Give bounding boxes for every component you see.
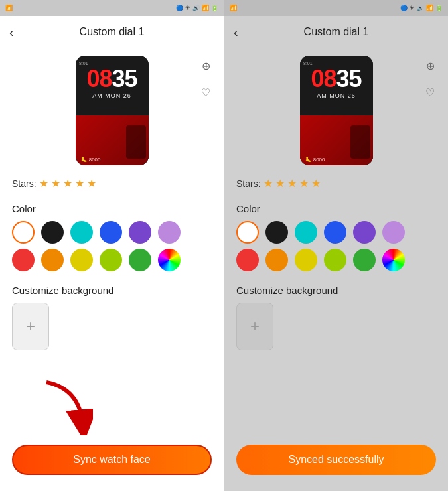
customize-title-left: Customize background — [12, 285, 212, 296]
left-panel: 📶 🔵✳🔊📶🔋 ‹ Custom dial 1 8:01 0835 AM MON… — [0, 0, 224, 491]
color-lime-right[interactable] — [324, 249, 346, 271]
sync-button-left[interactable]: Sync watch face — [12, 445, 212, 475]
status-left-icons-right: 📶 — [230, 5, 237, 11]
watch-face-left: 8:01 0835 AM MON 26 🦶 8000 — [76, 56, 149, 165]
color-rainbow-right[interactable] — [382, 249, 405, 271]
star-3-left: ★ — [63, 177, 72, 190]
star-3-right: ★ — [287, 177, 297, 190]
color-grid-left — [12, 221, 212, 271]
watch-preview-left: 8:01 0835 AM MON 26 🦶 8000 ⊕ ♡ — [0, 48, 224, 171]
customize-section-right: Customize background + — [224, 278, 448, 354]
star-5-right: ★ — [311, 177, 321, 190]
page-title-right: Custom dial 1 — [304, 26, 369, 38]
back-button-right[interactable]: ‹ — [234, 25, 238, 40]
arrow-indicator — [33, 376, 93, 438]
color-orange-right[interactable] — [265, 249, 288, 271]
color-orange-left[interactable] — [41, 249, 64, 271]
color-green-left[interactable] — [129, 249, 151, 271]
watch-time-right: 0835 — [311, 67, 361, 91]
add-background-button-right[interactable]: + — [236, 303, 273, 350]
watch-icons-left: ⊕ ♡ — [196, 56, 216, 102]
plus-icon-right: + — [250, 317, 260, 336]
status-right-icons: 🔵✳🔊📶🔋 — [176, 5, 218, 11]
watch-steps-right: 🦶 8000 — [305, 157, 325, 163]
color-red-right[interactable] — [236, 249, 259, 271]
watch-date-left: AM MON 26 — [92, 92, 131, 99]
watch-time-m-left: 35 — [112, 65, 137, 92]
star-5-left: ★ — [87, 177, 96, 190]
status-right-icons-right: 🔵✳🔊📶🔋 — [400, 5, 443, 11]
stars-section-left: Stars: ★ ★ ★ ★ ★ — [0, 171, 224, 196]
color-green-right[interactable] — [353, 249, 376, 271]
star-2-left: ★ — [51, 177, 60, 190]
back-button-left[interactable]: ‹ — [9, 25, 14, 40]
watch-icons-right: ⊕ ♡ — [420, 56, 440, 102]
color-grid-right — [236, 221, 436, 271]
color-lime-left[interactable] — [100, 249, 122, 271]
color-title-left: Color — [12, 203, 212, 214]
color-blue-left[interactable] — [100, 221, 122, 244]
plus-icon-left: + — [26, 317, 35, 336]
color-lavender-right[interactable] — [382, 221, 405, 244]
star-1-right: ★ — [263, 177, 273, 190]
color-black-left[interactable] — [41, 221, 64, 244]
color-white-left[interactable] — [12, 221, 35, 244]
color-lavender-left[interactable] — [158, 221, 181, 244]
watch-person-right — [350, 125, 370, 159]
stars-section-right: Stars: ★ ★ ★ ★ ★ — [224, 171, 448, 196]
color-yellow-right[interactable] — [295, 249, 317, 271]
color-section-right: Color — [224, 196, 448, 278]
header-left: ‹ Custom dial 1 — [0, 16, 224, 48]
status-bar-left: 📶 🔵✳🔊📶🔋 — [0, 0, 224, 16]
watch-time-left: 0835 — [86, 67, 137, 91]
color-section-left: Color — [0, 196, 224, 278]
watch-person-left — [126, 125, 146, 159]
star-4-left: ★ — [75, 177, 84, 190]
watch-preview-right: 8:01 0835 AM MON 26 🦶 8000 ⊕ ♡ — [224, 48, 448, 171]
watch-time-h-left: 08 — [86, 65, 112, 92]
stars-label-right: Stars: — [236, 178, 261, 189]
sync-button-right[interactable]: Synced successfully — [236, 445, 436, 475]
color-red-left[interactable] — [12, 249, 35, 271]
customize-section-left: Customize background + — [0, 278, 224, 354]
color-purple-right[interactable] — [353, 221, 376, 244]
zoom-icon-right[interactable]: ⊕ — [420, 56, 440, 76]
bottom-area-right: Synced successfully — [224, 435, 448, 491]
color-white-right[interactable] — [236, 221, 259, 244]
stars-label-left: Stars: — [12, 178, 37, 189]
color-black-right[interactable] — [265, 221, 288, 244]
watch-face-right: 8:01 0835 AM MON 26 🦶 8000 — [300, 56, 373, 165]
color-title-right: Color — [236, 203, 436, 214]
favorite-icon-right[interactable]: ♡ — [420, 82, 440, 102]
watch-time-m-right: 35 — [336, 65, 362, 92]
color-yellow-left[interactable] — [70, 249, 93, 271]
color-rainbow-left[interactable] — [158, 249, 181, 271]
color-purple-left[interactable] — [129, 221, 151, 244]
color-blue-right[interactable] — [324, 221, 346, 244]
color-cyan-left[interactable] — [70, 221, 93, 244]
right-panel: 📶 🔵✳🔊📶🔋 ‹ Custom dial 1 8:01 0835 AM MON… — [224, 0, 448, 491]
star-1-left: ★ — [39, 177, 48, 190]
watch-time-h-right: 08 — [311, 65, 336, 92]
status-left-icons: 📶 — [5, 5, 13, 11]
page-title-left: Custom dial 1 — [80, 26, 145, 38]
star-2-right: ★ — [275, 177, 285, 190]
favorite-icon[interactable]: ♡ — [196, 82, 216, 102]
status-bar-right: 📶 🔵✳🔊📶🔋 — [224, 0, 448, 16]
add-background-button-left[interactable]: + — [12, 303, 49, 350]
watch-steps-left: 🦶 8000 — [81, 157, 101, 163]
star-4-right: ★ — [299, 177, 309, 190]
customize-title-right: Customize background — [236, 285, 436, 296]
color-cyan-right[interactable] — [295, 221, 317, 244]
header-right: ‹ Custom dial 1 — [224, 16, 448, 48]
watch-date-right: AM MON 26 — [317, 92, 356, 99]
zoom-icon[interactable]: ⊕ — [196, 56, 216, 76]
bottom-area-left: Sync watch face — [0, 435, 224, 491]
